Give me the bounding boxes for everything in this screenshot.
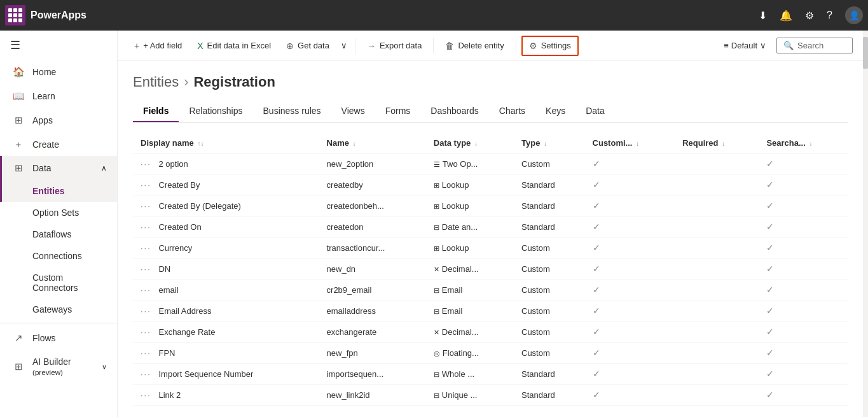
settings-icon[interactable]: ⚙ — [805, 10, 814, 22]
data-icon: ⊞ — [12, 162, 25, 174]
cell-customizable-9: ✓ — [585, 343, 675, 364]
tab-relationships[interactable]: Relationships — [179, 101, 252, 122]
get-data-button[interactable]: ⊕ Get data — [280, 37, 336, 55]
breadcrumb-parent[interactable]: Entities — [133, 74, 179, 90]
sidebar-sub-item-connections[interactable]: Connections — [0, 245, 117, 267]
user-avatar[interactable]: 👤 — [845, 6, 863, 24]
th-type[interactable]: Type ↓ — [514, 133, 585, 153]
row-menu-4[interactable]: ··· — [141, 243, 151, 253]
tab-keys-label: Keys — [546, 106, 565, 116]
help-icon[interactable]: ? — [827, 10, 832, 21]
tab-views[interactable]: Views — [331, 101, 375, 122]
th-display-name[interactable]: Display name ↑↓ — [133, 133, 319, 153]
delete-entity-button[interactable]: 🗑 Delete entity — [439, 37, 510, 55]
settings-button[interactable]: ⚙ Settings — [521, 36, 579, 56]
edit-excel-button[interactable]: X Edit data in Excel — [191, 37, 277, 55]
th-searchable[interactable]: Searcha... ↓ — [759, 133, 848, 153]
display-name-value-9: FPN — [158, 348, 175, 358]
row-menu-6[interactable]: ··· — [141, 285, 151, 295]
cell-name-11: new_link2id — [319, 385, 426, 406]
row-menu-8[interactable]: ··· — [141, 327, 151, 337]
cell-display-name-9: ··· FPN — [133, 343, 319, 364]
th-required[interactable]: Required ↓ — [675, 133, 759, 153]
row-menu-1[interactable]: ··· — [141, 180, 151, 190]
required-sort-icon[interactable]: ↓ — [722, 140, 725, 147]
data-type-icon-3: ⊟ — [434, 223, 439, 231]
searchable-check-3: ✓ — [766, 222, 774, 232]
default-dropdown[interactable]: ≡ Default ∨ — [724, 41, 766, 50]
row-menu-2[interactable]: ··· — [141, 201, 151, 211]
customizable-check-2: ✓ — [593, 201, 600, 211]
customizable-check-3: ✓ — [593, 222, 600, 232]
tab-business-rules[interactable]: Business rules — [253, 101, 331, 122]
scroll-thumb[interactable] — [863, 37, 868, 69]
th-customizable[interactable]: Customi... ↓ — [585, 133, 675, 153]
row-menu-7[interactable]: ··· — [141, 306, 151, 316]
th-name[interactable]: Name ↓ — [319, 133, 426, 153]
export-data-button[interactable]: → Export data — [361, 37, 429, 55]
row-menu-9[interactable]: ··· — [141, 348, 151, 358]
tab-dashboards[interactable]: Dashboards — [420, 101, 489, 122]
search-box[interactable]: 🔍 Search — [776, 38, 853, 53]
cell-display-name-0: ··· 2 option — [133, 153, 319, 174]
sidebar-sub-item-dataflows[interactable]: Dataflows — [0, 223, 117, 245]
sidebar-item-flows[interactable]: ↗ Flows — [0, 326, 117, 350]
table-row: ··· DN new_dn ✕Decimal... Custom ✓ ✓ — [133, 258, 848, 279]
sidebar-item-data[interactable]: ⊞ Data ∧ — [0, 156, 117, 180]
get-data-dropdown[interactable]: ∨ — [338, 41, 350, 50]
delete-entity-label: Delete entity — [458, 41, 504, 50]
sidebar-sub-item-gateways[interactable]: Gateways — [0, 299, 117, 320]
cell-searchable-9: ✓ — [759, 343, 848, 364]
name-sort-icon[interactable]: ↓ — [353, 140, 356, 147]
sidebar-item-learn[interactable]: 📖 Learn — [0, 84, 117, 108]
tab-forms[interactable]: Forms — [375, 101, 421, 122]
sidebar-item-ai-builder[interactable]: ⊞ AI Builder(preview) ∨ — [0, 350, 117, 383]
th-data-type-label: Data type — [434, 138, 471, 148]
sidebar-sub-item-entities[interactable]: Entities — [0, 180, 117, 202]
row-menu-10[interactable]: ··· — [141, 369, 151, 379]
tab-keys[interactable]: Keys — [535, 101, 575, 122]
display-name-sort-icon[interactable]: ↑↓ — [197, 140, 203, 147]
search-icon: 🔍 — [783, 41, 794, 50]
th-data-type[interactable]: Data type ↓ — [426, 133, 514, 153]
cell-type-7: Custom — [514, 300, 585, 322]
row-menu-3[interactable]: ··· — [141, 222, 151, 232]
sidebar-sub-item-custom-connectors[interactable]: Custom Connectors — [0, 267, 117, 299]
row-menu-0[interactable]: ··· — [141, 159, 151, 169]
main-layout: ☰ 🏠 Home 📖 Learn ⊞ Apps + Create ⊞ Data … — [0, 31, 868, 417]
row-menu-5[interactable]: ··· — [141, 264, 151, 274]
app-grid-button[interactable] — [5, 5, 25, 25]
cell-type-0: Custom — [514, 153, 585, 174]
ai-builder-icon: ⊞ — [12, 361, 25, 372]
searchable-check-10: ✓ — [766, 369, 774, 379]
searchable-check-7: ✓ — [766, 306, 774, 316]
searchable-sort-icon[interactable]: ↓ — [809, 140, 812, 147]
cell-customizable-10: ✓ — [585, 364, 675, 385]
display-name-value-10: Import Sequence Number — [158, 369, 253, 379]
sidebar-item-apps[interactable]: ⊞ Apps — [0, 108, 117, 132]
tab-dashboards-label: Dashboards — [431, 106, 479, 116]
customizable-check-1: ✓ — [593, 180, 600, 190]
hamburger-menu[interactable]: ☰ — [0, 31, 117, 60]
cell-customizable-2: ✓ — [585, 195, 675, 216]
add-field-icon: + — [134, 41, 139, 51]
type-sort-icon[interactable]: ↓ — [544, 140, 547, 147]
notification-icon[interactable]: 🔔 — [780, 10, 792, 22]
data-type-sort-icon[interactable]: ↓ — [474, 140, 478, 147]
sidebar-item-home[interactable]: 🏠 Home — [0, 60, 117, 84]
tab-fields[interactable]: Fields — [133, 101, 179, 122]
tab-charts[interactable]: Charts — [489, 101, 535, 122]
cell-data-type-9: ◎Floating... — [426, 343, 514, 364]
tab-data[interactable]: Data — [575, 101, 615, 122]
sidebar-sub-dataflows-label: Dataflows — [32, 229, 71, 239]
page-content: Entities › Registration Fields Relations… — [118, 61, 863, 417]
row-menu-11[interactable]: ··· — [141, 390, 151, 400]
cell-required-9 — [675, 343, 759, 364]
customizable-sort-icon[interactable]: ↓ — [636, 140, 639, 147]
sidebar-item-create[interactable]: + Create — [0, 132, 117, 156]
download-icon[interactable]: ⬇ — [759, 10, 767, 22]
add-field-button[interactable]: + + Add field — [128, 37, 188, 55]
sidebar-sub-item-option-sets[interactable]: Option Sets — [0, 202, 117, 223]
sidebar: ☰ 🏠 Home 📖 Learn ⊞ Apps + Create ⊞ Data … — [0, 31, 118, 417]
th-customizable-label: Customi... — [593, 138, 633, 148]
